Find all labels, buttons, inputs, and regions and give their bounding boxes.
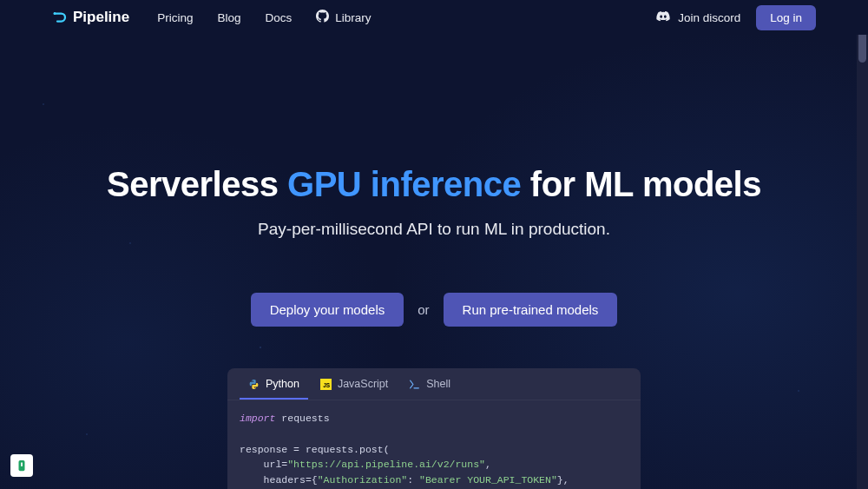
code-txt: }, [557,474,569,486]
discord-icon [656,10,670,26]
floating-help-button[interactable] [10,454,33,477]
svg-point-0 [54,12,56,15]
code-txt: requests [275,413,329,424]
nav-docs[interactable]: Docs [265,11,292,24]
code-tabs: Python JS JavaScript Shell [227,368,641,400]
discord-label: Join discord [678,11,740,24]
nav-library-label: Library [335,11,371,24]
tab-python-label: Python [266,378,299,390]
code-txt: , [485,459,491,470]
code-txt: url= [240,459,287,470]
pipeline-logo-icon [52,10,68,25]
github-icon [316,10,329,25]
nav-library[interactable]: Library [316,10,371,25]
key-icon [16,459,27,472]
javascript-icon: JS [320,379,332,390]
code-txt: : [407,474,419,486]
code-str: "https://api.pipeline.ai/v2/runs" [287,459,485,470]
nav-links: Pricing Blog Docs Library [157,10,371,25]
code-kw: import [240,413,275,424]
code-txt: headers={ [240,474,318,486]
top-nav: Pipeline Pricing Blog Docs Library Join … [0,0,868,35]
tab-shell-label: Shell [426,378,450,390]
hero-title-accent: GPU inference [287,165,521,203]
hero-subtitle: Pay-per-millisecond API to run ML in pro… [0,220,868,239]
nav-blog[interactable]: Blog [217,11,240,24]
code-str: "Bearer YOUR_API_TOKEN" [419,474,557,486]
code-txt: response = requests.post( [240,444,390,455]
deploy-button[interactable]: Deploy your models [251,293,404,327]
run-pretrained-button[interactable]: Run pre-trained models [444,293,618,327]
python-icon [248,379,260,390]
code-card: Python JS JavaScript Shell import reques… [227,368,641,489]
tab-shell[interactable]: Shell [400,368,459,400]
hero-title: Serverless GPU inference for ML models [0,165,868,204]
hero: Serverless GPU inference for ML models P… [0,35,868,489]
cta-or: or [418,302,429,317]
tab-python[interactable]: Python [240,368,308,400]
svg-text:JS: JS [323,382,331,388]
svg-rect-4 [21,463,23,466]
tab-javascript-label: JavaScript [338,378,388,390]
logo[interactable]: Pipeline [52,9,129,26]
hero-title-pre: Serverless [107,165,287,203]
join-discord[interactable]: Join discord [656,10,740,26]
code-str: "Authorization" [318,474,408,486]
cta-row: Deploy your models or Run pre-trained mo… [0,293,868,327]
nav-right: Join discord Log in [656,5,816,30]
logo-text: Pipeline [73,9,129,26]
login-button[interactable]: Log in [756,5,816,30]
tab-javascript[interactable]: JS JavaScript [312,368,397,400]
nav-pricing[interactable]: Pricing [157,11,193,24]
hero-title-post: for ML models [521,165,761,203]
shell-icon [409,379,420,390]
code-body: import requests response = requests.post… [227,400,641,489]
